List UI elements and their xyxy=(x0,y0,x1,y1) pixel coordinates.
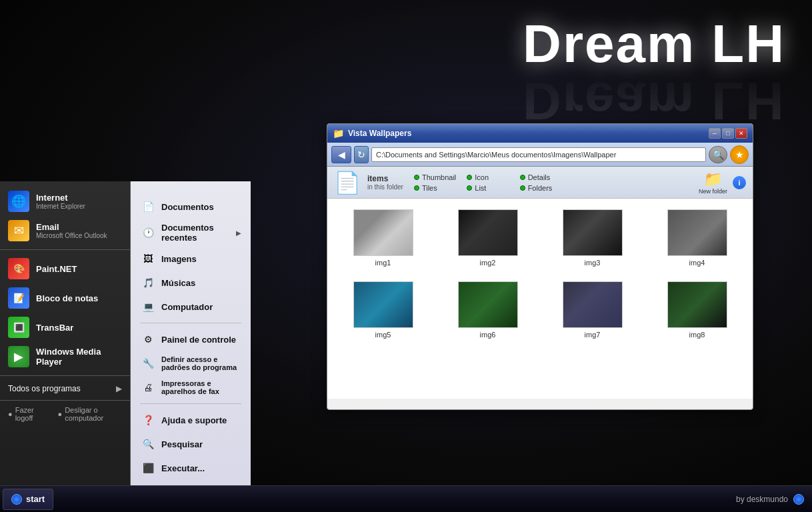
ajuda-label: Ajuda e suporte xyxy=(161,415,227,425)
file-thumbnail-img5 xyxy=(353,281,413,328)
window-title-icon: 📁 xyxy=(333,128,344,139)
menu-divider-2 xyxy=(140,403,241,404)
taskbar-orb xyxy=(793,494,804,505)
view-thumbnail[interactable]: Thumbnail xyxy=(414,173,456,181)
documentos-label: Documentos xyxy=(161,202,214,212)
file-item-img8[interactable]: img8 xyxy=(648,277,746,343)
new-folder-label: New folder xyxy=(699,188,727,195)
back-button[interactable]: ◀ xyxy=(331,146,351,163)
email-icon: ✉ xyxy=(8,220,29,241)
documentos-icon: 📄 xyxy=(140,199,156,215)
pinned-item-notepad[interactable]: 📝 Bloco de notas xyxy=(0,283,130,313)
address-text: C:\Documents and Settings\Marcio\Meus do… xyxy=(376,151,616,159)
favorites-button[interactable]: ★ xyxy=(730,145,749,164)
file-item-img2[interactable]: img2 xyxy=(439,205,537,271)
taskbar: start by deskmundo xyxy=(0,485,812,512)
notepad-label: Bloco de notas xyxy=(36,293,98,303)
window-toolbar: ◀ ↻ C:\Documents and Settings\Marcio\Meu… xyxy=(327,143,753,167)
all-programs-item[interactable]: Todos os programas ▶ xyxy=(0,380,130,397)
logoff-button[interactable]: ● Fazer logoff xyxy=(8,406,45,422)
file-name-img4: img4 xyxy=(689,259,705,267)
file-item-img3[interactable]: img3 xyxy=(543,205,641,271)
menu-ajuda[interactable]: ❓ Ajuda e suporte xyxy=(131,408,251,432)
file-name-img5: img5 xyxy=(375,331,391,339)
list-radio xyxy=(467,185,472,191)
search-button[interactable]: 🔍 xyxy=(709,146,727,163)
new-folder-button[interactable]: 📁 New folder xyxy=(699,171,727,195)
definir-icon: 🔧 xyxy=(140,355,156,371)
menu-pesquisar[interactable]: 🔍 Pesquisar xyxy=(131,432,251,456)
menu-painel[interactable]: ⚙ Painel de controle xyxy=(131,327,251,351)
menu-musicas[interactable]: 🎵 Músicas xyxy=(131,271,251,295)
menu-computador[interactable]: 💻 Computador xyxy=(131,295,251,319)
window-titlebar: 📁 Vista Wallpapers ─ □ ✕ xyxy=(327,124,753,143)
file-name-img7: img7 xyxy=(585,331,601,339)
all-programs-arrow: ▶ xyxy=(116,384,122,393)
logoff-icon: ● xyxy=(8,410,13,418)
menu-impressoras[interactable]: 🖨 Impressoras e aparelhos de fax xyxy=(131,375,251,399)
taskbar-right: by deskmundo xyxy=(736,494,812,505)
desktop: Dream LH Dream LH 🌐 Internet Internet Ex… xyxy=(0,0,812,512)
view-icon[interactable]: Icon xyxy=(467,173,509,181)
start-button[interactable]: start xyxy=(3,489,53,510)
brand-title: Dream LH xyxy=(523,13,785,75)
pesquisar-label: Pesquisar xyxy=(161,439,203,449)
file-thumbnail-img6 xyxy=(458,281,518,328)
info-button[interactable]: i xyxy=(733,176,746,189)
menu-doc-recentes[interactable]: 🕐 Documentos recentes ▶ xyxy=(131,219,251,247)
file-item-img7[interactable]: img7 xyxy=(543,277,641,343)
email-sublabel: Microsoft Office Outlook xyxy=(36,232,107,239)
forward-button[interactable]: ↻ xyxy=(354,146,369,163)
pinned-item-paint[interactable]: 🎨 Paint.NET xyxy=(0,254,130,283)
view-list[interactable]: List xyxy=(467,184,509,192)
file-item-img1[interactable]: img1 xyxy=(334,205,432,271)
pinned-item-internet[interactable]: 🌐 Internet Internet Explorer xyxy=(0,187,130,216)
pinned-item-email[interactable]: ✉ Email Microsoft Office Outlook xyxy=(0,216,130,245)
file-item-img5[interactable]: img5 xyxy=(334,277,432,343)
notepad-icon: 📝 xyxy=(8,287,29,309)
paint-label: Paint.NET xyxy=(36,264,77,274)
menu-imagens[interactable]: 🖼 Imagens xyxy=(131,247,251,271)
maximize-button[interactable]: □ xyxy=(722,128,734,139)
wmp-label: Windows Media Player xyxy=(36,347,122,367)
transbar-icon: 🔳 xyxy=(8,317,29,338)
file-name-img3: img3 xyxy=(585,259,601,267)
start-menu: 🌐 Internet Internet Explorer ✉ Email Mic… xyxy=(0,181,251,485)
ajuda-icon: ❓ xyxy=(140,412,156,428)
menu-executar[interactable]: ⬛ Executar... xyxy=(131,456,251,480)
address-bar[interactable]: C:\Documents and Settings\Marcio\Meus do… xyxy=(371,147,706,162)
view-folders[interactable]: Folders xyxy=(520,184,562,192)
pinned-item-wmp[interactable]: ▶ Windows Media Player xyxy=(0,342,130,371)
file-name-img1: img1 xyxy=(375,259,391,267)
view-details[interactable]: Details xyxy=(520,173,562,181)
minimize-button[interactable]: ─ xyxy=(709,128,721,139)
pinned-item-transbar[interactable]: 🔳 TransBar xyxy=(0,313,130,342)
menu-documentos[interactable]: 📄 Documentos xyxy=(131,195,251,219)
file-name-img8: img8 xyxy=(689,331,705,339)
start-label: start xyxy=(26,494,45,504)
file-item-img6[interactable]: img6 xyxy=(439,277,537,343)
pesquisar-icon: 🔍 xyxy=(140,436,156,452)
internet-sublabel: Internet Explorer xyxy=(36,203,85,210)
details-radio xyxy=(520,175,525,180)
brand-reflection: Dream LH xyxy=(523,70,785,131)
internet-label: Internet xyxy=(36,193,85,203)
folders-radio xyxy=(520,185,525,191)
computador-icon: 💻 xyxy=(140,299,156,315)
file-explorer-window: 📁 Vista Wallpapers ─ □ ✕ ◀ ↻ C:\Document… xyxy=(327,123,753,410)
menu-definir[interactable]: 🔧 Definir acesso e padrões do programa xyxy=(131,351,251,375)
view-tiles[interactable]: Tiles xyxy=(414,184,456,192)
file-thumbnail-img4 xyxy=(667,209,727,256)
icon-radio xyxy=(467,175,472,180)
close-button[interactable]: ✕ xyxy=(735,128,747,139)
file-item-img4[interactable]: img4 xyxy=(648,205,746,271)
items-sublabel: in this folder xyxy=(367,183,403,191)
window-controls: ─ □ ✕ xyxy=(709,128,747,139)
folder-large-icon: 📄 xyxy=(334,170,361,195)
musicas-label: Músicas xyxy=(161,278,195,288)
impressoras-label: Impressoras e aparelhos de fax xyxy=(161,379,241,395)
menu-divider-1 xyxy=(140,323,241,323)
shutdown-button[interactable]: ● Desligar o computador xyxy=(58,406,122,422)
executar-label: Executar... xyxy=(161,463,205,473)
start-divider-2 xyxy=(0,375,130,376)
